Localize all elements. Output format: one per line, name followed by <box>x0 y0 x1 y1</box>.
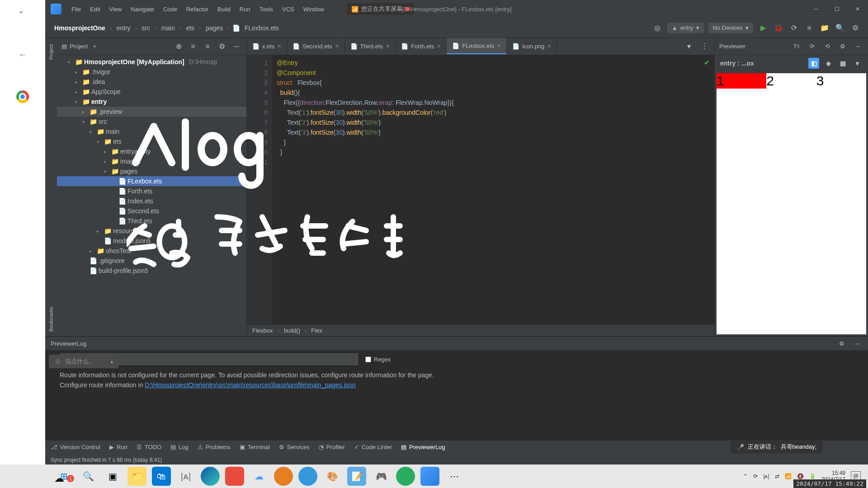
close-icon[interactable]: ✕ <box>497 43 501 49</box>
crumb-0[interactable]: Flexbox <box>252 327 273 334</box>
menu-build[interactable]: Build <box>213 6 235 13</box>
emoji-icon[interactable]: ☺ <box>54 357 61 366</box>
tree-item[interactable]: 📄FLexbox.ets <box>57 176 246 186</box>
btm-vcs[interactable]: ⎇ Version Control <box>51 444 100 450</box>
btm-run[interactable]: ▶ Run <box>109 444 127 450</box>
gear-icon[interactable]: ⚙ <box>837 41 848 52</box>
tree-item[interactable]: ▾📁src <box>57 117 246 127</box>
deveco-taskbar-icon[interactable] <box>420 467 439 486</box>
tree-item[interactable]: ▾📁main <box>57 127 246 136</box>
chevron-down-icon[interactable]: ⌄ <box>18 6 27 15</box>
app-paint-icon[interactable]: 🎨 <box>323 467 342 486</box>
menu-tools[interactable]: Tools <box>255 6 278 13</box>
more-icon[interactable]: ⋯ <box>445 467 464 486</box>
folder-button[interactable]: 📁 <box>819 23 830 33</box>
tree-item[interactable]: 📄build-profile.json5 <box>57 266 246 276</box>
editor-tab[interactable]: 📄x.ets✕ <box>247 38 287 54</box>
search-button[interactable]: 🔍 <box>79 467 98 486</box>
locate-icon[interactable]: ⊕ <box>173 41 184 52</box>
settings-icon[interactable]: ⚙ <box>850 23 861 33</box>
cloud-icon[interactable]: ☁ <box>250 467 269 486</box>
menu-run[interactable]: Run <box>235 6 255 13</box>
btm-services[interactable]: ⚙ Services <box>279 444 310 450</box>
grid-icon[interactable]: ▦ <box>837 58 848 69</box>
sync-icon[interactable]: ⟲ <box>822 41 833 52</box>
tray-battery-icon[interactable]: 🔋 <box>809 473 816 479</box>
bc-4[interactable]: ets <box>184 23 197 33</box>
tray-volume-icon[interactable]: 🔇 <box>797 473 804 479</box>
crumb-2[interactable]: Flex <box>311 327 322 334</box>
code-editor[interactable]: 1234567891011 ✔ @Entry@Componentstruct F… <box>247 55 714 324</box>
tray-wifi-icon[interactable]: 📶 <box>785 473 792 479</box>
tree-item[interactable]: ▸📁.idea <box>57 77 246 87</box>
close-icon[interactable]: ✕ <box>437 43 441 49</box>
close-icon[interactable]: ✕ <box>386 43 390 49</box>
tree-item[interactable]: ▸📁resources <box>57 226 246 236</box>
run-button[interactable]: ▶ <box>758 23 769 33</box>
tt-icon[interactable]: Tт <box>791 41 802 52</box>
menu-refactor[interactable]: Refactor <box>182 6 213 13</box>
btm-profiler[interactable]: ◔ Profiler <box>319 444 345 450</box>
store-icon[interactable]: 🛍 <box>152 467 171 486</box>
tree-item[interactable]: ▸📁entryability <box>57 146 246 156</box>
chat-input[interactable]: ☺ 说点什么... ‹ <box>49 355 118 368</box>
app-notes-icon[interactable]: 📝 <box>347 467 366 486</box>
hide-icon[interactable]: ─ <box>231 41 242 52</box>
menu-vcs[interactable]: VCS <box>278 6 299 13</box>
stop-button[interactable]: ■ <box>804 23 815 33</box>
tree-item[interactable]: 📄Forth.ets <box>57 186 246 196</box>
tray-chevron[interactable]: ⌃ <box>743 473 748 479</box>
back-icon[interactable]: ← <box>19 50 27 60</box>
editor-tab[interactable]: 📄FLexbox.ets✕ <box>447 38 507 54</box>
tab-dropdown-icon[interactable]: ▾ <box>684 41 694 52</box>
menu-code[interactable]: Code <box>159 6 182 13</box>
taskview-button[interactable]: ▣ <box>103 467 122 486</box>
tree-item[interactable]: ▸📁AppScope <box>57 87 246 97</box>
tree-root[interactable]: ▾📁 HmosprojectOne [MyApplication] D:\Hmo… <box>57 57 246 67</box>
gear-icon[interactable]: ⚙ <box>217 41 227 52</box>
expand-icon[interactable]: ≡ <box>188 41 198 52</box>
bc-2[interactable]: src <box>140 23 152 33</box>
editor-tab[interactable]: 📄Forth.ets✕ <box>396 38 447 54</box>
btm-linter[interactable]: ✓ Code Linter <box>354 444 392 450</box>
weather-widget[interactable]: ☁ 1 <box>54 473 74 484</box>
menu-file[interactable]: File <box>67 6 85 13</box>
tree-item[interactable]: ▾📁entry <box>57 97 246 107</box>
regex-checkbox[interactable] <box>365 357 371 362</box>
close-icon[interactable]: ✕ <box>277 43 281 49</box>
debug-button[interactable]: 🐞 <box>773 23 784 33</box>
menu-window[interactable]: Window <box>299 6 329 13</box>
collapse-icon[interactable]: ≡ <box>202 41 213 52</box>
close-icon[interactable]: ✕ <box>547 43 551 49</box>
hide-icon[interactable]: ─ <box>852 338 863 349</box>
tray-settings-icon[interactable]: ⇄ <box>775 473 779 479</box>
btm-problems[interactable]: ⚠ Problems <box>198 444 231 450</box>
editor-tab[interactable]: 📄Second.ets✕ <box>287 38 344 54</box>
tab-more-icon[interactable]: ⋮ <box>699 41 710 52</box>
app-game-icon[interactable]: 🎮 <box>372 467 391 486</box>
chrome-icon[interactable] <box>16 90 29 103</box>
app-green-icon[interactable] <box>396 467 415 486</box>
tree-item[interactable]: 📄Second.ets <box>57 206 246 216</box>
log-content[interactable]: Route information is not configured for … <box>45 368 868 440</box>
inspect-icon[interactable]: ◧ <box>808 58 819 69</box>
chevron-left-icon[interactable]: ‹ <box>111 358 113 365</box>
app-blue-icon[interactable] <box>298 467 317 486</box>
editor-tab[interactable]: 📄Third.ets✕ <box>345 38 396 54</box>
tree-item[interactable]: 📄.gitignore <box>57 256 246 266</box>
gear-icon[interactable]: ⚙ <box>836 338 847 349</box>
btm-terminal[interactable]: ▣ Terminal <box>240 444 270 450</box>
layers-icon[interactable]: ◈ <box>823 58 834 69</box>
edge-icon[interactable] <box>201 467 220 486</box>
log-link[interactable]: D:\HmosprojectOne\entry\src\main\resourc… <box>145 381 355 389</box>
app-icon[interactable]: |ᴀ| <box>176 467 195 486</box>
tree-item[interactable]: ▾📁ets <box>57 136 246 146</box>
maximize-button[interactable]: ☐ <box>826 0 847 18</box>
refresh-icon[interactable]: ⟳ <box>807 41 817 52</box>
bc-0[interactable]: HmosprojectOne <box>52 23 107 33</box>
chevron-down-icon[interactable]: ▾ <box>852 58 863 69</box>
btm-todo[interactable]: ☰ TODO <box>137 444 161 450</box>
close-icon[interactable]: ✕ <box>335 43 339 49</box>
device-dropdown[interactable]: No Devices▾ <box>708 23 753 33</box>
search-icon[interactable]: 🔍 <box>835 23 845 33</box>
